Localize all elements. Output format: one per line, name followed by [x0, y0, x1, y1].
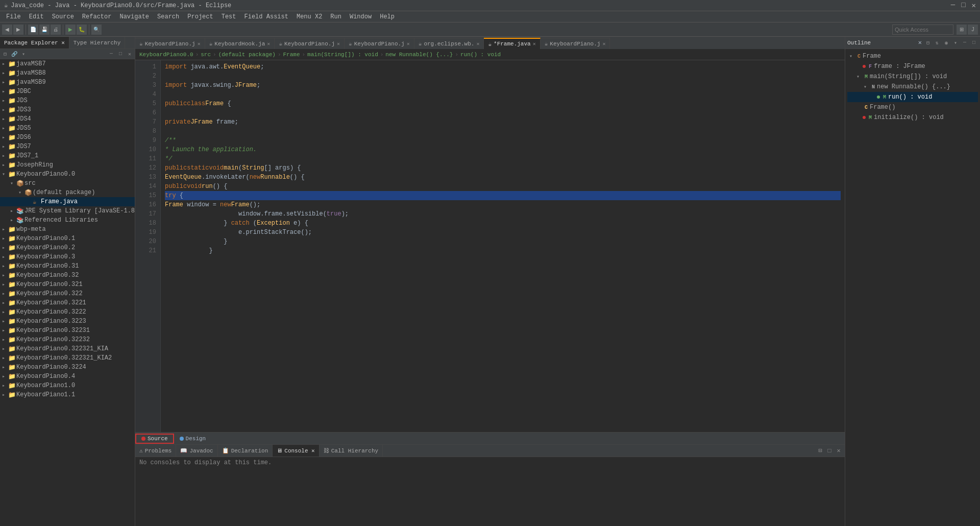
outline-item-5[interactable]: C Frame()	[847, 102, 978, 112]
tree-item-27[interactable]: ▸📁KeyboardPiano0.3222	[0, 307, 135, 317]
tree-item-15[interactable]: ☕Frame.java	[0, 197, 135, 206]
outline-minimize-btn[interactable]: ─	[961, 39, 969, 47]
outline-item-4[interactable]: M run() : void	[847, 92, 978, 102]
menu-item-edit[interactable]: Edit	[25, 13, 48, 20]
tab-type-hierarchy[interactable]: Type Hierarchy	[69, 37, 125, 49]
bottom-btn-1[interactable]: ⊟	[816, 447, 824, 455]
toolbar-btn-java[interactable]: J	[968, 25, 978, 35]
bottom-btn-3[interactable]: ✕	[835, 447, 843, 455]
breadcrumb-item-0[interactable]: KeyboardPiano0.0	[139, 52, 193, 58]
tree-item-12[interactable]: ▾📁KeyboardPiano0.0	[0, 170, 135, 179]
tree-item-0[interactable]: ▸📁javaMSB7	[0, 59, 135, 68]
editor-tab-4[interactable]: ☕org.eclipse.wb.✕	[414, 38, 484, 49]
toolbar-btn-run[interactable]: ▶	[65, 25, 76, 35]
panel-close-btn[interactable]: ✕	[126, 50, 134, 58]
tree-item-2[interactable]: ▸📁javaMSB9	[0, 78, 135, 87]
tab-declaration[interactable]: 📋Declaration	[218, 445, 273, 457]
tree-item-4[interactable]: ▸📁JDS	[0, 96, 135, 105]
tree-item-34[interactable]: ▸📁KeyboardPiano0.4	[0, 372, 135, 381]
tab-javadoc[interactable]: 📖Javadoc	[176, 445, 217, 457]
breadcrumb-item-3[interactable]: Frame	[283, 52, 300, 58]
tree-item-32[interactable]: ▸📁KeyboardPiano0.322321_KIA2	[0, 353, 135, 363]
bottom-btn-2[interactable]: □	[825, 447, 834, 455]
tab-console[interactable]: 🖥Console ✕	[273, 445, 319, 457]
tree-item-8[interactable]: ▸📁JDS6	[0, 133, 135, 142]
editor-tab-2[interactable]: ☕KeyboardPiano.j✕	[275, 38, 345, 49]
toolbar-btn-new[interactable]: 📄	[28, 25, 38, 35]
menu-item-source[interactable]: Source	[48, 13, 78, 20]
tab-close-icon[interactable]: ✕	[602, 41, 605, 47]
breadcrumb-item-5[interactable]: new Runnable() {...}	[385, 52, 453, 58]
toolbar-btn-perspective[interactable]: ⊞	[957, 25, 967, 35]
toolbar-btn-debug[interactable]: 🐛	[77, 25, 87, 35]
menu-item-navigate[interactable]: Navigate	[115, 13, 153, 20]
outline-menu-btn[interactable]: ▾	[951, 39, 960, 47]
breadcrumb-item-2[interactable]: (default package)	[218, 52, 276, 58]
menu-item-menu-x2[interactable]: Menu X2	[292, 13, 326, 20]
tab-problems[interactable]: ⚠Problems	[135, 445, 176, 457]
outline-collapse-btn[interactable]: ⊟	[924, 39, 932, 47]
tab-close-icon[interactable]: ✕	[267, 41, 270, 47]
close-button[interactable]: ✕	[972, 1, 976, 10]
minimize-button[interactable]: ─	[951, 1, 955, 10]
tree-item-30[interactable]: ▸📁KeyboardPiano0.32232	[0, 335, 135, 344]
menu-item-help[interactable]: Help	[376, 13, 399, 20]
tree-item-23[interactable]: ▸📁KeyboardPiano0.32	[0, 271, 135, 280]
menu-item-refactor[interactable]: Refactor	[78, 13, 116, 20]
tree-item-21[interactable]: ▸📁KeyboardPiano0.3	[0, 252, 135, 261]
panel-menu-btn[interactable]: ▾	[19, 50, 28, 58]
quick-access-input[interactable]	[892, 25, 953, 35]
tree-item-6[interactable]: ▸📁JDS4	[0, 114, 135, 124]
tree-item-29[interactable]: ▸📁KeyboardPiano0.32231	[0, 326, 135, 335]
tree-item-10[interactable]: ▸📁JDS7_1	[0, 151, 135, 160]
tree-item-19[interactable]: ▸📁KeyboardPiano0.1	[0, 234, 135, 243]
panel-collapse-btn[interactable]: ⊟	[1, 50, 9, 58]
code-content[interactable]: import java.awt.EventQueue;import javax.…	[161, 60, 845, 432]
outline-item-3[interactable]: ▾N new Runnable() {...}	[847, 82, 978, 92]
tree-item-7[interactable]: ▸📁JDS5	[0, 124, 135, 133]
tree-item-11[interactable]: ▸📁JosephRing	[0, 160, 135, 170]
panel-link-btn[interactable]: 🔗	[10, 50, 18, 58]
outline-item-6[interactable]: M initialize() : void	[847, 112, 978, 123]
tree-item-33[interactable]: ▸📁KeyboardPiano0.3224	[0, 363, 135, 372]
toolbar-btn-2[interactable]: ▶	[13, 25, 23, 35]
tree-item-22[interactable]: ▸📁KeyboardPiano0.31	[0, 261, 135, 271]
tab-package-explorer[interactable]: Package Explorer ✕	[0, 37, 69, 49]
tab-close-icon[interactable]: ✕	[198, 41, 201, 47]
panel-minimize-btn[interactable]: ─	[107, 50, 115, 58]
breadcrumb-item-1[interactable]: src	[201, 52, 211, 58]
tree-item-14[interactable]: ▾📦(default package)	[0, 188, 135, 197]
outline-item-1[interactable]: F frame : JFrame	[847, 61, 978, 71]
outline-sort-btn[interactable]: ⇅	[933, 39, 941, 47]
menu-item-field-assist[interactable]: Field Assist	[240, 13, 292, 20]
editor-tab-0[interactable]: ☕KeyboardPiano.j✕	[135, 38, 205, 49]
menu-item-window[interactable]: Window	[346, 13, 376, 20]
editor-tab-6[interactable]: ☕KeyboardPiano.j✕	[541, 38, 610, 49]
tree-item-9[interactable]: ▸📁JDS7	[0, 142, 135, 151]
tree-item-5[interactable]: ▸📁JDS3	[0, 105, 135, 114]
toolbar-btn-1[interactable]: ◀	[2, 25, 12, 35]
outline-maximize-btn[interactable]: □	[970, 39, 978, 47]
tree-item-17[interactable]: ▸📚Referenced Libraries	[0, 216, 135, 225]
tree-item-18[interactable]: ▸📁wbp-meta	[0, 225, 135, 234]
tree-item-28[interactable]: ▸📁KeyboardPiano0.3223	[0, 317, 135, 326]
tab-close-icon[interactable]: ✕	[533, 41, 536, 47]
tree-item-31[interactable]: ▸📁KeyboardPiano0.322321_KIA	[0, 344, 135, 353]
tree-item-16[interactable]: ▸📚JRE System Library [JavaSE-1.8]	[0, 206, 135, 216]
tree-item-26[interactable]: ▸📁KeyboardPiano0.3221	[0, 298, 135, 307]
tab-call-hierarchy[interactable]: ⛓Call Hierarchy	[320, 445, 383, 457]
outline-item-2[interactable]: ▾M main(String[]) : void	[847, 71, 978, 82]
tree-item-13[interactable]: ▾📦src	[0, 179, 135, 188]
tree-item-1[interactable]: ▸📁javaMSB8	[0, 68, 135, 78]
outline-item-0[interactable]: ▾C Frame	[847, 51, 978, 61]
tree-item-35[interactable]: ▸📁KeyboardPiano1.0	[0, 381, 135, 390]
editor-tab-5[interactable]: ☕*Frame.java✕	[484, 38, 540, 49]
tab-close-icon[interactable]: ✕	[476, 41, 479, 47]
menu-item-project[interactable]: Project	[183, 13, 217, 20]
tab-close-icon[interactable]: ✕	[337, 41, 340, 47]
tree-item-36[interactable]: ▸📁KeyboardPiano1.1	[0, 390, 135, 399]
editor-tab-1[interactable]: ☕KeyboardHook.ja✕	[205, 38, 275, 49]
maximize-button[interactable]: □	[961, 1, 965, 10]
menu-item-run[interactable]: Run	[326, 13, 346, 20]
design-tab[interactable]: Design	[174, 434, 212, 443]
